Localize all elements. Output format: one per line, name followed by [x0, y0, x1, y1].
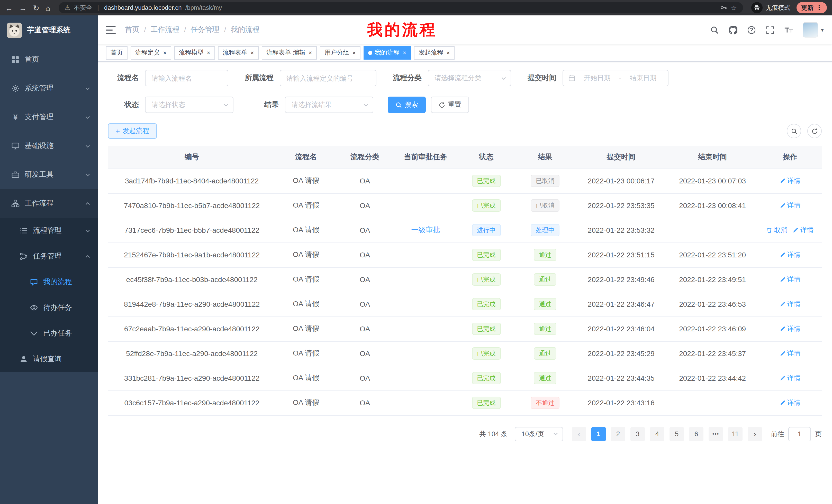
breadcrumb-item[interactable]: 工作流程 [151, 25, 179, 34]
annotation-my-process: 我的流程 [367, 21, 437, 39]
process-id-input[interactable] [280, 70, 376, 86]
detail-link[interactable]: 详情 [779, 176, 800, 186]
tab-close-icon[interactable]: × [163, 50, 166, 56]
detail-link[interactable]: 详情 [779, 300, 800, 309]
result-select[interactable]: 请选择流结果 [285, 96, 373, 113]
tab-close-icon[interactable]: × [446, 50, 450, 56]
category-select[interactable]: 请选择流程分类 [428, 70, 511, 86]
page-button[interactable]: 11 [728, 427, 743, 441]
tab-my-process[interactable]: 我的流程 × [364, 46, 411, 59]
url-path: /bpm/task/my [185, 4, 222, 11]
sidebar-toggle-icon[interactable] [106, 25, 116, 34]
refresh-icon [811, 128, 818, 134]
tab-start-process[interactable]: 发起流程 × [414, 46, 454, 59]
sidebar-item-dev-tools[interactable]: 研发工具 [0, 160, 98, 189]
browser-forward-icon[interactable]: → [19, 4, 27, 11]
pager-ellipsis[interactable]: ••• [709, 427, 723, 441]
page-button[interactable]: 1 [591, 427, 606, 441]
detail-link[interactable]: 详情 [779, 275, 800, 284]
browser-back-icon[interactable]: ← [5, 4, 13, 11]
sidebar-item-infrastructure[interactable]: 基础设施 [0, 132, 98, 160]
github-icon[interactable] [729, 25, 738, 34]
sidebar-item-task-management[interactable]: 任务管理 [0, 244, 98, 269]
detail-link[interactable]: 详情 [779, 398, 800, 408]
page-size-select[interactable]: 10条/页 [515, 427, 563, 441]
cell-result: 处理中 [515, 218, 575, 243]
tab-close-icon[interactable]: × [352, 50, 356, 56]
tab-process-form[interactable]: 流程表单 × [218, 46, 259, 59]
tab-close-icon[interactable]: × [309, 50, 312, 56]
user-menu[interactable]: ▾ [803, 22, 824, 37]
cell-category: OA [336, 267, 393, 292]
cell-category: OA [336, 292, 393, 316]
filter-panel-row-1: 流程名 所属流程 流程分类 请选择流程分类 [108, 70, 822, 86]
font-size-icon[interactable] [784, 25, 793, 34]
fullscreen-icon[interactable] [766, 25, 775, 34]
cell-end-time: 2022-01-22 23:46:53 [667, 292, 758, 316]
sidebar-item-process-management[interactable]: 流程管理 [0, 218, 98, 244]
sidebar-item-todo-tasks[interactable]: 待办任务 [0, 295, 98, 320]
breadcrumb-item[interactable]: 任务管理 [191, 25, 219, 34]
app-logo[interactable]: 芋道管理系统 [0, 16, 98, 45]
pager-next-button[interactable]: › [748, 427, 762, 441]
page-button[interactable]: 5 [670, 427, 684, 441]
pager-prev-button[interactable]: ‹ [572, 427, 586, 441]
process-name-input[interactable] [145, 70, 228, 86]
toggle-search-button[interactable] [787, 124, 801, 138]
refresh-table-button[interactable] [807, 124, 822, 138]
reset-button[interactable]: 重置 [431, 96, 469, 113]
password-key-icon[interactable] [720, 4, 727, 11]
detail-link[interactable]: 详情 [779, 349, 800, 358]
tab-process-model[interactable]: 流程模型 × [174, 46, 215, 59]
sidebar-item-system-management[interactable]: 系统管理 [0, 74, 98, 103]
status-select[interactable]: 请选择状态 [145, 96, 233, 113]
search-button[interactable]: 搜索 [388, 96, 426, 113]
detail-link[interactable]: 详情 [779, 250, 800, 259]
sidebar-item-my-process[interactable]: 我的流程 [0, 269, 98, 295]
sidebar-item-label: 任务管理 [33, 252, 62, 261]
tab-process-form-edit[interactable]: 流程表单-编辑 × [262, 46, 317, 59]
tab-close-icon[interactable]: × [402, 50, 406, 56]
cell-actions: 详情 [758, 169, 822, 193]
cell-submit-time: 2022-01-22 23:45:29 [575, 341, 667, 366]
start-process-button[interactable]: + 发起流程 [108, 123, 157, 139]
detail-link[interactable]: 详情 [779, 201, 800, 210]
tab-close-icon[interactable]: × [207, 50, 210, 56]
date-range-picker[interactable]: 开始日期 - 结束日期 [563, 70, 669, 86]
security-label[interactable]: 不安全 [74, 3, 92, 12]
goto-page-input[interactable] [788, 427, 811, 441]
page-button[interactable]: 6 [689, 427, 703, 441]
tab-process-definition[interactable]: 流程定义 × [131, 46, 171, 59]
browser-menu-kebab-icon[interactable]: ⋮ [816, 4, 822, 11]
tab-label: 流程定义 [135, 48, 160, 57]
tab-label: 我的流程 [375, 48, 399, 57]
sidebar-item-done-tasks[interactable]: 已办任务 [0, 320, 98, 346]
sidebar-item-payment-management[interactable]: ¥ 支付管理 [0, 103, 98, 132]
tab-user-group[interactable]: 用户分组 × [320, 46, 361, 59]
bookmark-star-icon[interactable]: ☆ [731, 4, 737, 11]
detail-link[interactable]: 详情 [792, 226, 813, 235]
page-button[interactable]: 4 [650, 427, 665, 441]
breadcrumb-item[interactable]: 首页 [125, 25, 139, 34]
browser-home-icon[interactable]: ⌂ [46, 4, 50, 11]
page-button[interactable]: 2 [611, 427, 625, 441]
pencil-icon [779, 202, 785, 208]
tab-home[interactable]: 首页 [106, 46, 128, 59]
tab-close-icon[interactable]: × [251, 50, 254, 56]
browser-reload-icon[interactable]: ↻ [33, 4, 39, 11]
sidebar-item-workflow[interactable]: 工作流程 [0, 189, 98, 218]
column-header: 流程分类 [336, 146, 393, 169]
help-icon[interactable] [747, 25, 756, 34]
detail-link[interactable]: 详情 [779, 324, 800, 333]
cancel-link[interactable]: 取消 [766, 226, 787, 235]
browser-update-button[interactable]: 更新 ⋮ [797, 2, 827, 13]
cell-status: 已完成 [458, 316, 515, 341]
current-task-link[interactable]: 一级审批 [411, 226, 440, 234]
sidebar-item-home[interactable]: 首页 [0, 45, 98, 74]
sidebar-item-leave-query[interactable]: 请假查询 [0, 346, 98, 372]
address-bar[interactable]: ⚠ 不安全 | dashboard.yudao.iocoder.cn/bpm/t… [58, 2, 743, 13]
screen: ← → ↻ ⌂ ⚠ 不安全 | dashboard.yudao.iocoder.… [0, 0, 832, 504]
search-icon[interactable] [710, 25, 719, 34]
page-button[interactable]: 3 [630, 427, 645, 441]
detail-link[interactable]: 详情 [779, 373, 800, 383]
